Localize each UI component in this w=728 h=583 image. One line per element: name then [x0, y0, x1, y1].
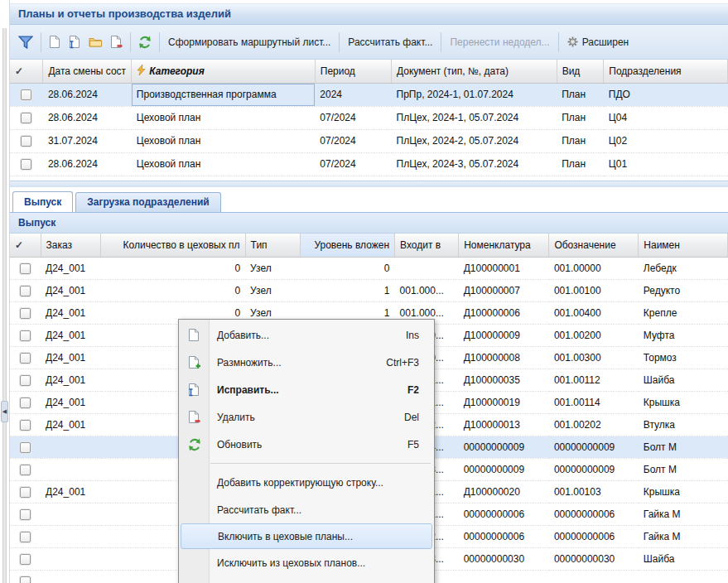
- table-row[interactable]: 28.06.2024Цеховой план07/2024ПлЦех, 2024…: [10, 152, 728, 176]
- cell-parent[interactable]: [395, 257, 459, 279]
- tab-0[interactable]: Выпуск: [12, 191, 73, 212]
- cell-nomenclature[interactable]: 00000000006: [459, 525, 549, 547]
- cell-document[interactable]: ПлЦех, 2024-2, 05.07.2024: [392, 129, 557, 152]
- cell-nomenclature[interactable]: Д100000035: [459, 369, 549, 391]
- cell-document[interactable]: ПлЦех, 2024-1, 05.07.2024: [392, 106, 557, 129]
- cell-designation[interactable]: [549, 570, 639, 583]
- cell-name[interactable]: Редукто: [639, 279, 728, 301]
- cell-order[interactable]: Д24_001: [41, 480, 101, 503]
- delete-document-icon[interactable]: [110, 35, 123, 49]
- cell-date[interactable]: 28.06.2024: [43, 83, 132, 106]
- column-header-designation[interactable]: Обозначение: [549, 234, 639, 257]
- cell-document[interactable]: ПрПр, 2024-1, 01.07.2024: [392, 83, 557, 106]
- cell-category[interactable]: Цеховой план: [132, 106, 315, 129]
- cell-qty-in-shop-plans[interactable]: 0: [101, 279, 245, 301]
- filter-icon[interactable]: [18, 36, 33, 49]
- cell-nomenclature[interactable]: Д100000001: [459, 257, 549, 279]
- cell-category[interactable]: Цеховой план: [132, 152, 315, 176]
- row-checkbox[interactable]: [20, 263, 31, 274]
- cell-qty-in-shop-plans[interactable]: 0: [101, 257, 245, 279]
- row-checkbox[interactable]: [20, 353, 31, 364]
- column-header-nomenclature[interactable]: Номенклатура: [459, 234, 549, 257]
- row-checkbox[interactable]: [20, 420, 31, 431]
- cell-name[interactable]: Гайка М: [639, 503, 728, 525]
- cell-designation[interactable]: 00000000009: [549, 436, 639, 458]
- cell-order[interactable]: [41, 503, 101, 525]
- cell-name[interactable]: Муфта: [639, 324, 728, 346]
- cell-order[interactable]: Д24_001: [41, 346, 101, 369]
- cell-nomenclature[interactable]: Д100000007: [459, 279, 549, 301]
- cell-period[interactable]: 07/2024: [315, 129, 391, 152]
- cell-order[interactable]: [41, 458, 101, 480]
- collapse-left-icon[interactable]: ◀: [1, 401, 8, 422]
- row-checkbox[interactable]: [20, 398, 31, 408]
- cell-name[interactable]: Лебедк: [639, 257, 728, 279]
- cell-nomenclature[interactable]: Д100000020: [459, 480, 549, 503]
- column-header-document[interactable]: Документ (тип, №, дата): [392, 60, 557, 83]
- cell-date[interactable]: 28.06.2024: [43, 152, 132, 176]
- cell-division[interactable]: ПДО: [604, 83, 728, 106]
- cell-nomenclature[interactable]: Д100000009: [459, 324, 549, 346]
- row-checkbox[interactable]: [21, 136, 31, 147]
- cell-category[interactable]: Цеховой план: [132, 129, 315, 152]
- column-header-category[interactable]: Категория: [132, 60, 315, 83]
- cell-order[interactable]: Д24_001: [41, 413, 101, 436]
- row-checkbox[interactable]: [20, 487, 31, 498]
- cell-period[interactable]: 2024: [315, 83, 391, 106]
- menu-item[interactable]: Добавить...Ins: [179, 321, 434, 349]
- row-checkbox[interactable]: [20, 442, 31, 453]
- menu-item[interactable]: Рассчитать факт...: [179, 496, 434, 523]
- cell-name[interactable]: Крышка: [639, 391, 728, 413]
- select-all-header[interactable]: ✓: [10, 234, 41, 257]
- cell-designation[interactable]: 001.00103: [549, 480, 639, 503]
- column-header-name[interactable]: Наимен: [639, 234, 728, 257]
- cell-type[interactable]: Узел: [245, 279, 300, 301]
- cell-date[interactable]: 31.07.2024: [43, 129, 132, 152]
- cell-name[interactable]: Крепле: [639, 301, 728, 324]
- edit-document-icon[interactable]: [69, 35, 81, 49]
- menu-item[interactable]: Размножить...Ctrl+F3: [179, 349, 434, 376]
- menu-item[interactable]: Исключить из цеховых планов...: [179, 549, 434, 576]
- calculate-fact-button[interactable]: Рассчитать факт...: [344, 36, 436, 48]
- cell-kind[interactable]: План: [557, 129, 604, 152]
- cell-kind[interactable]: План: [557, 83, 604, 106]
- left-splitter[interactable]: ◀: [0, 0, 9, 583]
- cell-designation[interactable]: 00000000006: [549, 503, 639, 525]
- cell-order[interactable]: Д24_001: [41, 369, 101, 391]
- cell-designation[interactable]: 00000000030: [549, 547, 639, 570]
- cell-order[interactable]: Д24_001: [41, 279, 101, 301]
- cell-nomenclature[interactable]: 00000000006: [459, 503, 549, 525]
- cell-designation[interactable]: 001.00114: [549, 391, 639, 413]
- cell-name[interactable]: [639, 570, 728, 583]
- open-folder-icon[interactable]: [89, 36, 103, 48]
- cell-parent[interactable]: 001.000...: [395, 279, 459, 301]
- cell-designation[interactable]: 001.00300: [549, 346, 639, 369]
- menu-item[interactable]: Исправить...F2: [179, 376, 434, 403]
- row-checkbox[interactable]: [20, 308, 31, 319]
- cell-nomenclature[interactable]: 00000000030: [459, 547, 549, 570]
- column-header-qty-in-shop-plans[interactable]: Количество в цеховых пл: [101, 234, 245, 257]
- cell-division[interactable]: Ц01: [604, 152, 728, 176]
- cell-nomenclature[interactable]: 00000000009: [459, 436, 549, 458]
- cell-kind[interactable]: План: [557, 152, 604, 176]
- cell-division[interactable]: Ц02: [604, 129, 728, 152]
- column-header-period[interactable]: Период: [315, 60, 391, 83]
- table-row[interactable]: 31.07.2024Цеховой план07/2024ПлЦех, 2024…: [10, 129, 728, 152]
- cell-order[interactable]: Д24_001: [41, 301, 101, 324]
- horizontal-splitter[interactable]: [10, 181, 728, 187]
- cell-order[interactable]: [41, 547, 101, 570]
- row-checkbox[interactable]: [21, 89, 31, 100]
- cell-name[interactable]: Тормоз: [639, 346, 728, 369]
- cell-order[interactable]: Д24_001: [41, 324, 101, 346]
- cell-order[interactable]: [41, 436, 101, 458]
- column-header-kind[interactable]: Вид: [557, 60, 604, 83]
- cell-designation[interactable]: 001.00200: [549, 324, 639, 346]
- cell-division[interactable]: Ц04: [604, 106, 728, 129]
- row-checkbox[interactable]: [20, 532, 31, 542]
- cell-kind[interactable]: План: [557, 106, 604, 129]
- row-checkbox[interactable]: [20, 554, 31, 565]
- column-header-type[interactable]: Тип: [245, 234, 300, 257]
- cell-nomenclature[interactable]: Д100000019: [459, 391, 549, 413]
- menu-item[interactable]: Добавить корректирующую строку...: [179, 469, 434, 496]
- row-checkbox[interactable]: [20, 509, 31, 520]
